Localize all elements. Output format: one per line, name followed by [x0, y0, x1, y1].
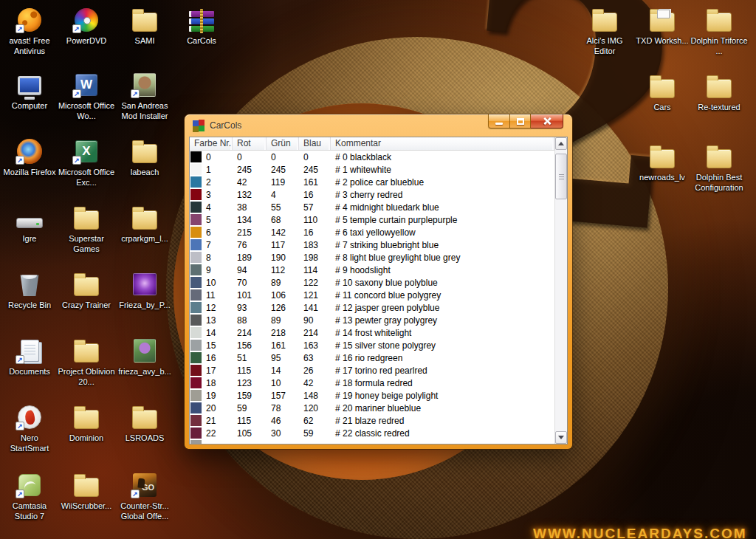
cell-farbe-nr: 19	[190, 390, 233, 401]
table-row[interactable]: 11101106121# 11 concord blue polygrey	[190, 289, 554, 301]
table-row[interactable]: 19159157148# 19 honey beige polylight	[190, 389, 554, 402]
desktop-icon-recycle-bin[interactable]: Recycle Bin	[1, 270, 58, 310]
scroll-down-button[interactable]	[555, 431, 567, 444]
cell-rot: 214	[233, 328, 267, 338]
table-row[interactable]: 211154662# 21 blaze redred	[190, 414, 554, 427]
desktop-icon-sami[interactable]: SAMI	[116, 6, 173, 46]
column-header-blau[interactable]: Blau	[299, 137, 331, 150]
table-row[interactable]: 4385557# 4 midnight bluedark blue	[190, 201, 554, 213]
cell-grun: 112	[267, 265, 299, 275]
desktop-icon-newroads-lv[interactable]: newroads_lv	[633, 143, 691, 182]
desktop-icon-crazy-trainer[interactable]: Crazy Trainer	[58, 270, 115, 310]
table-row[interactable]: 181231042# 18 formula redred	[190, 377, 554, 389]
desktop-icon-microsoft-office-exc[interactable]: X↗Microsoft Office Exc...	[58, 137, 115, 188]
cell-kommentar: # 14 frost whitelight	[331, 328, 554, 338]
excel-icon: X↗	[72, 137, 101, 165]
column-header-gr-n[interactable]: Grün	[267, 137, 299, 150]
color-swatch	[190, 302, 202, 313]
cell-kommentar: # 18 formula redred	[331, 378, 554, 388]
desktop-icon-frieza-by-p[interactable]: Frieza_by_P...	[116, 270, 173, 310]
desktop-icon-camtasia-studio-7[interactable]: ↗Camtasia Studio 7	[1, 471, 58, 522]
desktop-icon-crparkgm-l[interactable]: crparkgm_l...	[116, 204, 173, 244]
wallpaper-watermark: WWW.NUCLEARDAYS.COM	[533, 526, 747, 539]
cell-rot: 156	[233, 340, 267, 351]
desktop-icon-alci-s-img-editor[interactable]: Alci's IMG Editor	[576, 6, 633, 57]
color-swatch	[190, 202, 202, 213]
arrow-down-icon	[558, 436, 564, 439]
close-button[interactable]	[531, 114, 563, 128]
table-row[interactable]: 0000# 0 blackblack	[190, 151, 554, 163]
cell-farbe-nr: 20	[190, 402, 233, 413]
vertical-scrollbar[interactable]	[554, 137, 567, 444]
desktop-icon-labeach[interactable]: labeach	[116, 137, 173, 177]
table-row-partial[interactable]	[190, 439, 554, 444]
table-row[interactable]: 15156161163# 15 silver stone polygrey	[190, 339, 554, 351]
desktop-icon-carcols[interactable]: CarCols	[173, 6, 230, 46]
winrar-icon	[187, 6, 216, 33]
desktop-icon-powerdvd[interactable]: ↗PowerDVD	[58, 6, 115, 46]
table-row[interactable]: 14214218214# 14 frost whitelight	[190, 326, 554, 339]
desktop-icon-counter-str-global-offe[interactable]: GO↗Counter-Str... Global Offe...	[116, 471, 173, 522]
desktop-icon-lsroads[interactable]: LSROADS	[116, 403, 173, 443]
column-header-kommentar[interactable]: Kommentar	[331, 137, 554, 150]
window-title: CarCols	[210, 120, 241, 131]
table-row[interactable]: 221053059# 22 classic redred	[190, 427, 554, 439]
table-row[interactable]: 16519563# 16 rio redgreen	[190, 351, 554, 364]
desktop-icon-san-andreas-mod-installer[interactable]: ↗San Andreas Mod Installer	[116, 71, 173, 122]
table-row[interactable]: 171151426# 17 torino red pearlred	[190, 364, 554, 377]
desktop-icon-microsoft-office-wo[interactable]: W↗Microsoft Office Wo...	[58, 71, 115, 122]
table-row[interactable]: 205978120# 20 mariner blueblue	[190, 402, 554, 414]
table-row[interactable]: 3132416# 3 cherry redred	[190, 188, 554, 201]
desktop-icon-avast-free-antivirus[interactable]: ↗avast! Free Antivirus	[1, 6, 58, 57]
desktop-icon-mozilla-firefox[interactable]: ↗Mozilla Firefox	[1, 137, 58, 177]
desktop-icon-dolphin-triforce[interactable]: Dolphin Triforce ...	[690, 6, 748, 57]
desktop-icon-re-textured[interactable]: Re-textured	[690, 72, 748, 112]
table-row[interactable]: 8189190198# 8 light blue greylight blue …	[190, 251, 554, 264]
cell-blau: 114	[299, 265, 331, 275]
desktop-icon-computer[interactable]: Computer	[1, 71, 58, 111]
table-row[interactable]: 107089122# 10 saxony blue polyblue	[190, 276, 554, 289]
desktop-icon-cars[interactable]: Cars	[633, 72, 691, 112]
table-row[interactable]: 1245245245# 1 whitewhite	[190, 163, 554, 176]
desktop-icon-dominion[interactable]: Dominion	[58, 403, 115, 443]
desktop-icon-txd-worksh[interactable]: TXD Worksh...	[633, 6, 691, 46]
shortcut-arrow-icon: ↗	[16, 156, 24, 165]
table-row[interactable]: 1293126141# 12 jasper green polyblue	[190, 301, 554, 314]
cell-rot: 101	[233, 290, 267, 301]
desktop-icon-dolphin-best-configuration[interactable]: Dolphin Best Configuration	[690, 143, 748, 193]
color-swatch	[190, 415, 202, 426]
desktop-icon-documents[interactable]: ↗Documents	[1, 337, 58, 377]
desktop-icon-project-oblivion-20[interactable]: Project Oblivion 20...	[58, 337, 115, 388]
cell-farbe-nr: 14	[190, 327, 233, 338]
cell-grun: 89	[267, 315, 299, 326]
cell-kommentar: # 11 concord blue polygrey	[331, 290, 554, 301]
scroll-up-button[interactable]	[555, 137, 567, 150]
cell-blau: 57	[299, 202, 331, 213]
column-header-farbe-nr[interactable]: Farbe Nr.	[190, 137, 233, 150]
titlebar[interactable]: CarCols	[185, 114, 572, 137]
desktop-icon-igre[interactable]: Igre	[1, 204, 58, 244]
minimize-button[interactable]	[488, 114, 510, 128]
scrollbar-thumb[interactable]	[555, 154, 567, 199]
desktop-icon-superstar-games[interactable]: Superstar Games	[58, 204, 115, 255]
scrollbar-track[interactable]	[555, 150, 567, 431]
column-header-rot[interactable]: Rot	[233, 137, 267, 150]
cell-blau: 183	[299, 240, 331, 250]
avast-icon: ↗	[15, 6, 44, 33]
table-row[interactable]: 621514216# 6 taxi yellowyellow	[190, 226, 554, 238]
cell-rot: 105	[233, 428, 267, 439]
cell-blau: 141	[299, 303, 331, 313]
table-row[interactable]: 513468110# 5 temple curtain purplepurple	[190, 213, 554, 226]
desktop-icon-label: labeach	[131, 167, 159, 177]
table-row[interactable]: 994112114# 9 hoodslight	[190, 264, 554, 276]
desktop-icon-wiiscrubber[interactable]: WiiScrubber...	[58, 471, 115, 511]
desktop-icon-nero-startsmart[interactable]: ↗Nero StartSmart	[1, 403, 58, 454]
maximize-button[interactable]	[510, 114, 531, 128]
table-row[interactable]: 242119161# 2 police car blueblue	[190, 176, 554, 188]
desktop-icon-frieza-avy-b[interactable]: frieza_avy_b...	[116, 337, 173, 377]
cell-kommentar: # 3 cherry redred	[331, 190, 554, 200]
cell-farbe-nr: 22	[190, 428, 233, 439]
table-row[interactable]: 776117183# 7 striking bluebright blue	[190, 238, 554, 251]
color-swatch	[190, 377, 202, 388]
table-row[interactable]: 13888990# 13 pewter gray polygrey	[190, 314, 554, 326]
